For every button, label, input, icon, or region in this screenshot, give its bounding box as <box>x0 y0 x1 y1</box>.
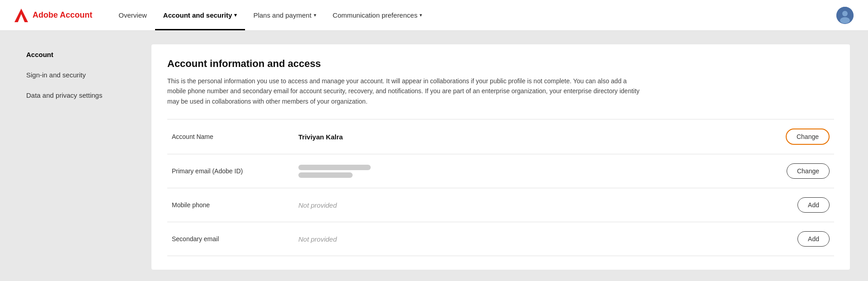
account-name-value: Triviyan Kalra <box>298 133 786 141</box>
secondary-email-add-button[interactable]: Add <box>797 231 830 247</box>
account-name-change-button[interactable]: Change <box>786 129 830 145</box>
chevron-down-icon: ▾ <box>234 12 237 18</box>
primary-email-change-button[interactable]: Change <box>787 163 830 179</box>
avatar-icon <box>836 7 854 24</box>
email-blur-bar-1 <box>298 165 371 170</box>
logo-area[interactable]: Adobe Account <box>14 9 92 22</box>
main-wrapper: Account Sign-in and security Data and pr… <box>0 31 868 281</box>
primary-email-action: Change <box>787 163 830 179</box>
adobe-account-title: Adobe Account <box>33 10 92 20</box>
nav-account-security[interactable]: Account and security ▾ <box>155 0 245 30</box>
chevron-down-icon: ▾ <box>314 12 316 18</box>
adobe-logo-icon <box>14 9 28 22</box>
page-description: This is the personal information you use… <box>167 76 642 106</box>
nav-communication-prefs[interactable]: Communication preferences ▾ <box>325 0 431 30</box>
nav-plans-payment[interactable]: Plans and payment ▾ <box>245 0 324 30</box>
account-name-row: Account Name Triviyan Kalra Change <box>167 119 834 154</box>
chevron-down-icon: ▾ <box>420 12 422 18</box>
primary-email-label: Primary email (Adobe ID) <box>172 167 298 175</box>
mobile-phone-label: Mobile phone <box>172 201 298 209</box>
content-panel: Account information and access This is t… <box>151 44 850 270</box>
info-table: Account Name Triviyan Kalra Change Prima… <box>167 119 834 256</box>
nav-overview[interactable]: Overview <box>110 0 155 30</box>
secondary-email-value: Not provided <box>298 235 797 243</box>
account-name-action: Change <box>786 129 830 145</box>
sidebar: Account Sign-in and security Data and pr… <box>18 44 151 270</box>
mobile-phone-action: Add <box>797 197 830 213</box>
email-blur-bar-2 <box>298 172 353 178</box>
primary-email-row: Primary email (Adobe ID) Change <box>167 154 834 188</box>
mobile-phone-value: Not provided <box>298 201 797 209</box>
mobile-phone-add-button[interactable]: Add <box>797 197 830 213</box>
top-navigation: Adobe Account Overview Account and secur… <box>0 0 868 31</box>
sidebar-item-account[interactable]: Account <box>18 44 142 65</box>
secondary-email-action: Add <box>797 231 830 247</box>
svg-point-2 <box>842 11 848 16</box>
primary-email-value <box>298 165 787 178</box>
avatar[interactable] <box>836 7 854 24</box>
secondary-email-label: Secondary email <box>172 235 298 243</box>
sidebar-item-data-privacy[interactable]: Data and privacy settings <box>18 85 142 105</box>
secondary-email-row: Secondary email Not provided Add <box>167 222 834 256</box>
account-name-label: Account Name <box>172 133 298 140</box>
sidebar-item-signin-security[interactable]: Sign-in and security <box>18 65 142 85</box>
mobile-phone-row: Mobile phone Not provided Add <box>167 188 834 222</box>
nav-links: Overview Account and security ▾ Plans an… <box>110 0 430 30</box>
page-title: Account information and access <box>167 58 834 70</box>
svg-marker-0 <box>14 9 28 22</box>
svg-point-3 <box>840 17 850 24</box>
